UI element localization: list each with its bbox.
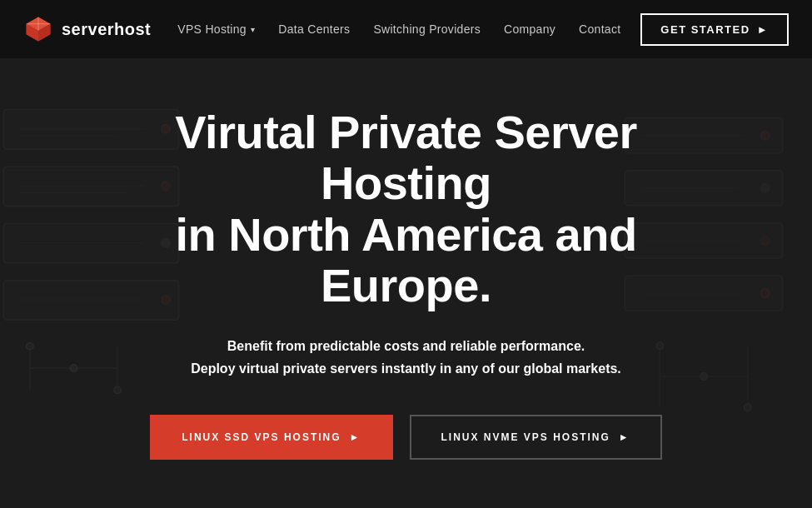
arrow-icon: ► <box>757 23 769 36</box>
logo-icon <box>23 14 53 44</box>
hero-buttons: LINUX SSD VPS HOSTING ► LINUX NVME VPS H… <box>115 415 698 460</box>
nav-item-company[interactable]: Company <box>504 22 555 37</box>
linux-nvme-vps-button[interactable]: LINUX NVME VPS HOSTING ► <box>410 415 662 460</box>
arrow-icon: ► <box>350 431 361 443</box>
nav-link-data-centers[interactable]: Data Centers <box>278 22 350 36</box>
logo-text: serverhost <box>62 20 151 39</box>
nav-link-company[interactable]: Company <box>504 22 555 36</box>
chevron-down-icon: ▾ <box>251 25 255 34</box>
navbar-left: serverhost VPS Hosting ▾ Data Centers Sw… <box>23 14 620 44</box>
svg-point-32 <box>760 237 770 246</box>
hero-title: Virutal Private Server Hosting in North … <box>115 107 698 311</box>
svg-point-25 <box>70 365 77 371</box>
svg-point-30 <box>760 131 770 140</box>
arrow-icon: ► <box>619 431 630 443</box>
nav-item-contact[interactable]: Contact <box>579 22 620 37</box>
nav-item-vps-hosting[interactable]: VPS Hosting ▾ <box>177 22 255 36</box>
nav-item-switching-providers[interactable]: Switching Providers <box>373 22 481 37</box>
svg-point-43 <box>700 373 707 380</box>
nav-link-switching-providers[interactable]: Switching Providers <box>373 22 481 36</box>
svg-point-23 <box>27 343 33 350</box>
hero-subtitle: Benefit from predictable costs and relia… <box>115 335 698 380</box>
nav-links: VPS Hosting ▾ Data Centers Switching Pro… <box>177 22 620 37</box>
get-started-button[interactable]: GET STARTED ► <box>640 13 789 46</box>
logo-link[interactable]: serverhost <box>23 14 151 44</box>
nav-link-contact[interactable]: Contact <box>579 22 620 36</box>
svg-point-42 <box>744 404 750 411</box>
navbar: serverhost VPS Hosting ▾ Data Centers Sw… <box>0 0 812 58</box>
hero-content: Virutal Private Server Hosting in North … <box>115 107 698 461</box>
svg-point-33 <box>760 289 770 298</box>
svg-point-31 <box>760 184 770 193</box>
hero-section: Virutal Private Server Hosting in North … <box>0 58 812 508</box>
nav-item-data-centers[interactable]: Data Centers <box>278 22 350 37</box>
nav-link-vps-hosting[interactable]: VPS Hosting ▾ <box>177 22 255 36</box>
linux-ssd-vps-button[interactable]: LINUX SSD VPS HOSTING ► <box>150 415 392 460</box>
